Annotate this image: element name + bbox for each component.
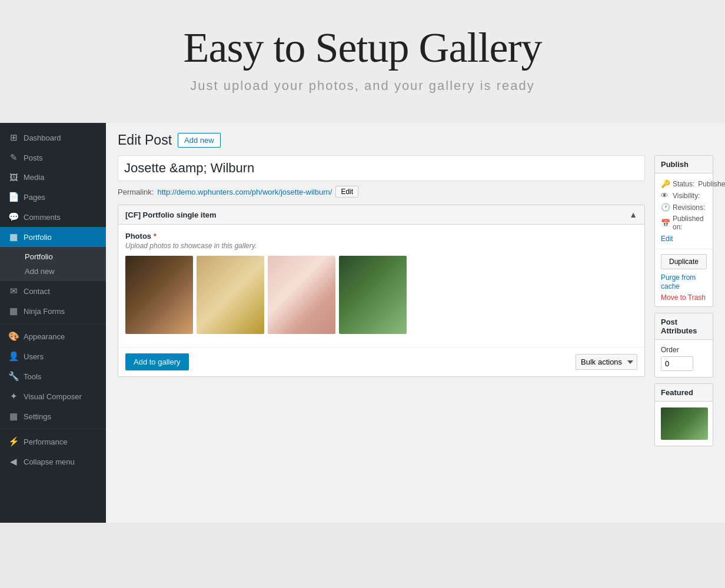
sidebar-label-performance: Performance — [24, 437, 67, 446]
sidebar-item-posts[interactable]: ✎ Posts — [0, 148, 106, 168]
media-icon: 🖼 — [8, 172, 19, 182]
sidebar-divider — [0, 323, 106, 324]
featured-image-body — [655, 402, 713, 446]
sidebar-divider-2 — [0, 429, 106, 429]
permalink-link[interactable]: http://demo.wphunters.com/ph/work/josett… — [157, 188, 332, 196]
permalink-edit-button[interactable]: Edit — [335, 186, 358, 198]
featured-image-panel: Featured — [654, 383, 713, 446]
users-icon: 👤 — [8, 351, 19, 362]
sidebar-item-portfolio[interactable]: ▦ Portfolio — [0, 227, 106, 247]
sidebar-label-posts: Posts — [24, 153, 43, 162]
duplicate-button[interactable]: Duplicate — [661, 254, 707, 269]
photo-thumb-3[interactable] — [268, 256, 335, 334]
post-attributes-body: Order — [655, 340, 713, 377]
status-value: Published — [698, 180, 725, 188]
add-to-gallery-button[interactable]: Add to gallery — [125, 353, 189, 370]
post-title-input[interactable] — [118, 155, 645, 181]
sidebar: ⊞ Dashboard ✎ Posts 🖼 Media 📄 Pages 💬 Co… — [0, 123, 106, 523]
publish-panel-title: Publish — [661, 160, 689, 169]
permalink-label: Permalink: — [118, 188, 154, 196]
required-star: * — [154, 232, 157, 240]
publish-panel-actions: Duplicate Purge from cache Move to Trash — [655, 249, 713, 306]
sidebar-item-users[interactable]: 👤 Users — [0, 346, 106, 366]
posts-icon: ✎ — [8, 152, 19, 163]
photos-label: Photos * — [125, 232, 637, 240]
publish-panel-header: Publish — [655, 156, 713, 173]
sidebar-sub-menu: Portfolio Add new — [0, 247, 106, 281]
page-title: Edit Post — [118, 132, 172, 148]
sidebar-item-appearance[interactable]: 🎨 Appearance — [0, 326, 106, 346]
editor-sidebar: Publish 🔑 Status: Published 👁 Visibility… — [654, 155, 713, 452]
dashboard-icon: ⊞ — [8, 132, 19, 143]
bulk-actions-select[interactable]: Bulk actions — [576, 354, 637, 370]
sidebar-label-pages: Pages — [24, 193, 45, 202]
collapse-icon: ◀ — [8, 456, 19, 467]
sidebar-label-settings: Settings — [24, 412, 51, 421]
sidebar-item-comments[interactable]: 💬 Comments — [0, 207, 106, 227]
post-attributes-header: Post Attributes — [655, 313, 713, 340]
metabox-portfolio: [CF] Portfolio single item ▲ Photos * Up… — [118, 205, 645, 377]
permalink-row: Permalink: http://demo.wphunters.com/ph/… — [118, 186, 645, 198]
photo-grid — [125, 256, 637, 334]
sidebar-sub-add-new[interactable]: Add new — [0, 264, 106, 279]
editor-layout: Permalink: http://demo.wphunters.com/ph/… — [118, 155, 713, 452]
metabox-title: [CF] Portfolio single item — [125, 211, 217, 219]
wp-layout: ⊞ Dashboard ✎ Posts 🖼 Media 📄 Pages 💬 Co… — [0, 123, 725, 523]
add-new-button[interactable]: Add new — [178, 133, 221, 148]
visibility-icon: 👁 — [661, 191, 669, 200]
settings-icon: ▦ — [8, 411, 19, 422]
photos-hint: Upload photos to showcase in this galler… — [125, 242, 637, 250]
hero-title: Easy to Setup Gallery — [12, 24, 713, 72]
sidebar-item-dashboard[interactable]: ⊞ Dashboard — [0, 128, 106, 148]
metabox-header[interactable]: [CF] Portfolio single item ▲ — [118, 205, 644, 225]
sidebar-label-portfolio: Portfolio — [24, 233, 52, 242]
edit-link[interactable]: Edit — [661, 235, 673, 243]
purge-cache-link[interactable]: Purge from cache — [661, 273, 696, 290]
featured-image-header: Featured — [655, 384, 713, 402]
published-label: Published on: — [673, 215, 707, 231]
published-row: 📅 Published on: — [661, 215, 707, 231]
sidebar-label-comments: Comments — [24, 213, 61, 222]
comments-icon: 💬 — [8, 212, 19, 222]
sidebar-label-collapse: Collapse menu — [24, 457, 75, 466]
sidebar-label-dashboard: Dashboard — [24, 133, 61, 142]
sidebar-item-tools[interactable]: 🔧 Tools — [0, 366, 106, 386]
pages-icon: 📄 — [8, 192, 19, 202]
sidebar-item-contact[interactable]: ✉ Contact — [0, 281, 106, 301]
publish-panel: Publish 🔑 Status: Published 👁 Visibility… — [654, 155, 713, 307]
metabox-footer: Add to gallery Bulk actions — [118, 347, 644, 376]
sidebar-item-pages[interactable]: 📄 Pages — [0, 187, 106, 207]
photo-thumb-4[interactable] — [339, 256, 407, 334]
sidebar-item-visual-composer[interactable]: ✦ Visual Composer — [0, 386, 106, 406]
performance-icon: ⚡ — [8, 436, 19, 447]
status-icon: 🔑 — [661, 179, 669, 188]
metabox-body: Photos * Upload photos to showcase in th… — [118, 225, 644, 347]
content-area: Edit Post Add new Permalink: http://demo… — [106, 123, 725, 523]
visual-composer-icon: ✦ — [8, 391, 19, 402]
sidebar-item-ninja-forms[interactable]: ▦ Ninja Forms — [0, 301, 106, 321]
revisions-row: 🕐 Revisions: — [661, 203, 707, 212]
post-attributes-panel: Post Attributes Order — [654, 313, 713, 377]
sidebar-label-media: Media — [24, 173, 44, 182]
sidebar-label-contact: Contact — [24, 287, 50, 296]
featured-image-thumb[interactable] — [661, 407, 708, 440]
sidebar-label-visual-composer: Visual Composer — [24, 392, 82, 401]
sidebar-item-media[interactable]: 🖼 Media — [0, 168, 106, 187]
move-to-trash-link[interactable]: Move to Trash — [661, 293, 706, 302]
calendar-icon: 📅 — [661, 219, 669, 228]
sidebar-item-settings[interactable]: ▦ Settings — [0, 406, 106, 426]
photo-thumb-1[interactable] — [125, 256, 193, 334]
appearance-icon: 🎨 — [8, 331, 19, 342]
editor-main: Permalink: http://demo.wphunters.com/ph/… — [118, 155, 645, 452]
sidebar-sub-portfolio[interactable]: Portfolio — [0, 249, 106, 264]
sidebar-label-users: Users — [24, 352, 44, 361]
photo-thumb-2[interactable] — [197, 256, 264, 334]
sidebar-item-collapse[interactable]: ◀ Collapse menu — [0, 452, 106, 472]
ninja-forms-icon: ▦ — [8, 306, 19, 316]
order-label: Order — [661, 346, 707, 354]
sidebar-item-performance[interactable]: ⚡ Performance — [0, 432, 106, 452]
portfolio-icon: ▦ — [8, 232, 19, 242]
order-input[interactable] — [661, 356, 693, 371]
revisions-label: Revisions: — [673, 203, 705, 212]
edit-post-header: Edit Post Add new — [118, 132, 713, 148]
